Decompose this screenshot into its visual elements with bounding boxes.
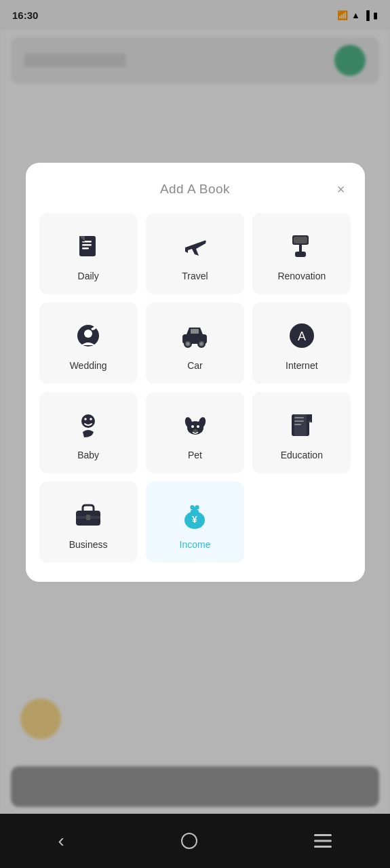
svg-point-21 xyxy=(84,418,87,420)
plane-icon xyxy=(177,229,212,264)
book-item-wedding[interactable]: Wedding xyxy=(39,302,138,384)
svg-rect-37 xyxy=(86,515,90,520)
travel-label: Travel xyxy=(182,271,208,281)
svg-point-28 xyxy=(193,429,197,432)
education-icon xyxy=(284,408,319,443)
book-grid: Daily Travel Renovation xyxy=(39,213,351,563)
business-label: Business xyxy=(69,539,108,550)
document-icon xyxy=(71,229,106,264)
moneybag-icon: ¥ xyxy=(177,497,212,532)
add-book-modal: Add A Book × Daily xyxy=(26,163,365,582)
income-label: Income xyxy=(180,539,211,550)
paint-roller-icon xyxy=(284,229,319,264)
svg-point-26 xyxy=(191,425,194,428)
svg-rect-33 xyxy=(294,424,301,425)
car-label: Car xyxy=(187,360,203,371)
svg-rect-7 xyxy=(299,245,302,252)
daily-label: Daily xyxy=(78,271,99,281)
book-item-business[interactable]: Business xyxy=(39,481,138,563)
svg-point-11 xyxy=(94,326,96,329)
close-button[interactable]: × xyxy=(331,179,351,199)
book-item-baby[interactable]: Baby xyxy=(39,392,138,473)
svg-rect-17 xyxy=(191,329,199,334)
modal-title: Add A Book xyxy=(160,182,230,197)
book-item-internet[interactable]: A Internet xyxy=(252,302,351,384)
modal-header: Add A Book × xyxy=(39,182,351,197)
car-icon xyxy=(177,318,212,353)
svg-rect-8 xyxy=(295,252,306,257)
book-item-car[interactable]: Car xyxy=(146,302,244,384)
book-item-renovation[interactable]: Renovation xyxy=(252,213,351,294)
app-store-icon: A xyxy=(284,318,319,353)
svg-point-27 xyxy=(197,425,199,428)
renovation-label: Renovation xyxy=(277,271,326,281)
svg-rect-32 xyxy=(294,420,304,422)
baby-label: Baby xyxy=(77,450,99,460)
svg-text:¥: ¥ xyxy=(193,514,198,525)
book-item-pet[interactable]: Pet xyxy=(146,392,244,473)
svg-point-10 xyxy=(84,330,92,338)
svg-point-22 xyxy=(90,418,92,420)
svg-text:A: A xyxy=(298,330,306,343)
education-label: Education xyxy=(281,450,323,460)
svg-rect-6 xyxy=(294,237,307,243)
wedding-label: Wedding xyxy=(70,360,107,371)
wedding-icon xyxy=(71,318,106,353)
svg-rect-3 xyxy=(82,248,89,250)
svg-point-14 xyxy=(187,342,190,346)
baby-icon xyxy=(71,408,106,443)
book-item-income[interactable]: ¥ Income xyxy=(146,481,244,563)
svg-point-16 xyxy=(200,342,203,346)
internet-label: Internet xyxy=(286,360,317,371)
svg-rect-2 xyxy=(82,244,92,246)
pet-icon xyxy=(177,408,212,443)
book-item-travel[interactable]: Travel xyxy=(146,213,244,294)
svg-rect-31 xyxy=(294,417,304,418)
book-item-education[interactable]: Education xyxy=(252,392,351,473)
pet-label: Pet xyxy=(188,450,202,460)
book-item-daily[interactable]: Daily xyxy=(39,213,138,294)
briefcase-icon xyxy=(71,497,106,532)
